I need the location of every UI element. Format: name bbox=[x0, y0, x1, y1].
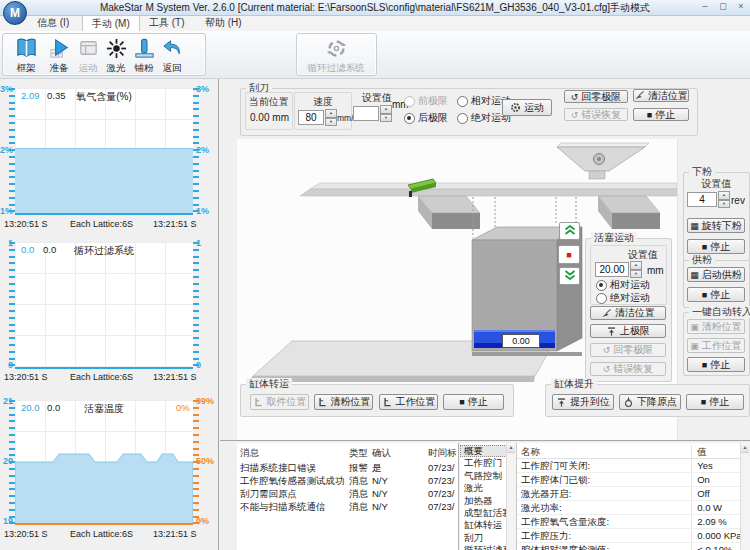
grid-icon: ▦ bbox=[690, 270, 699, 280]
radio-icon bbox=[404, 113, 415, 124]
category-item-summary[interactable]: 概要 bbox=[460, 445, 507, 457]
scraper-home-button[interactable]: ↺回零极限 bbox=[564, 90, 628, 103]
auto-transfer-title: 一键自动转入 bbox=[689, 306, 750, 318]
chart-filter-plot bbox=[15, 242, 193, 368]
powder-down-rotate-button[interactable]: ▦旋转下粉 bbox=[687, 218, 745, 233]
piston-group: 活塞运动 设置值 20.00 ▲▼ mm 相对运动 绝对运动 清洁位置 上极限 … bbox=[585, 238, 672, 382]
y-label: 0 bbox=[0, 360, 13, 370]
piston-jog-down-button[interactable] bbox=[559, 267, 580, 285]
scraper-move-button[interactable]: 运动 bbox=[502, 99, 552, 116]
scraper-group: 刮刀 当前位置 0.00 mm 速度 80 ▲▼ mm/s 设置值 ▲▼ mm … bbox=[240, 88, 698, 136]
piston-relative-radio[interactable]: 相对运动 bbox=[596, 278, 650, 292]
cylinder-transfer-title: 缸体转运 bbox=[246, 378, 292, 390]
scraper-rear-limit-radio[interactable]: 后极限 bbox=[404, 111, 448, 125]
chart-filter: 1 0 1 0 0.0 0.0 循环过滤系统 13:20:51 S Each L… bbox=[0, 237, 217, 387]
powder-supply-group: 供粉 ▦启动供粉 ■停止 bbox=[683, 260, 750, 308]
auto-stop-button[interactable]: ■停止 bbox=[687, 357, 745, 372]
piston-setvalue-unit: mm bbox=[647, 265, 664, 276]
transfer-stop-button[interactable]: ■停止 bbox=[443, 394, 504, 410]
home-arrow-icon: ↺ bbox=[571, 92, 579, 102]
scraper-speed-spinner[interactable]: 80 ▲▼ bbox=[298, 109, 337, 126]
spin-down-icon[interactable]: ▼ bbox=[630, 270, 642, 279]
menu-tab-help[interactable]: 帮助 (H) bbox=[196, 16, 251, 30]
y-label: 3% bbox=[0, 84, 13, 94]
maximize-button[interactable]: ◻ bbox=[717, 1, 729, 12]
scraper-position-value: 0.00 bbox=[250, 112, 269, 123]
piston-upper-limit-button[interactable]: 上极限 bbox=[590, 324, 666, 338]
upper-limit-icon bbox=[606, 326, 617, 337]
x-label: 13:20:51 S bbox=[4, 529, 48, 539]
message-row[interactable]: 不能与扫描系统通信 消息 N/Y 07/23/ bbox=[237, 500, 458, 513]
piston-setvalue-spinner[interactable]: 20.00 ▲▼ bbox=[595, 261, 642, 278]
message-row[interactable]: 刮刀需回原点 消息 N/Y 07/23/ bbox=[237, 487, 458, 500]
powder-down-stop-button[interactable]: ■停止 bbox=[687, 239, 745, 254]
scraper-clean-position-button[interactable]: 清洁位置 bbox=[633, 89, 689, 102]
status-category-list: 概要 工作腔门 气路控制 激光 加热器 成型缸活塞 缸体转运 刮刀 循环过滤系统… bbox=[460, 443, 517, 550]
x-label: 13:20:51 S bbox=[4, 219, 48, 229]
powder-down-group: 下粉 设置值 4 ▲▼ rev ▦旋转下粉 ■停止 bbox=[683, 172, 750, 262]
transfer-work-position-button[interactable]: 工作位置 bbox=[379, 394, 438, 410]
toolbar-frame-button[interactable]: 框架 bbox=[9, 35, 43, 75]
menu-tab-tools[interactable]: 工具 (T) bbox=[140, 16, 194, 30]
hopper bbox=[557, 143, 649, 179]
rail bbox=[300, 183, 677, 196]
right-pit bbox=[598, 196, 660, 229]
powder-supply-start-button[interactable]: ▦启动供粉 bbox=[687, 267, 745, 282]
bottom-splitter[interactable] bbox=[220, 440, 750, 441]
y-label: 50% bbox=[196, 456, 216, 466]
spin-up-icon[interactable]: ▲ bbox=[380, 105, 392, 114]
category-item-heater[interactable]: 加热器 bbox=[460, 495, 507, 507]
message-row[interactable]: 工作腔氧传感器测试成功 消息 N/Y 07/23/ bbox=[237, 474, 458, 487]
y-label: 21 bbox=[0, 396, 13, 406]
category-item-cyl-transfer[interactable]: 缸体转运 bbox=[460, 519, 507, 531]
category-item-laser[interactable]: 激光 bbox=[460, 482, 507, 494]
category-item-scraper[interactable]: 刮刀 bbox=[460, 532, 507, 544]
category-scrollbar[interactable]: ▲ bbox=[506, 443, 516, 550]
category-item-chamber-door[interactable]: 工作腔门 bbox=[460, 457, 507, 469]
category-item-filter-system[interactable]: 循环过滤系统 bbox=[460, 544, 507, 550]
app-window: MakeStar M System Ver. 2.6.0 [Current ma… bbox=[0, 0, 750, 550]
lift-stop-button[interactable]: ■停止 bbox=[686, 394, 744, 410]
spin-up-icon[interactable]: ▲ bbox=[325, 109, 337, 118]
category-item-gas-control[interactable]: 气路控制 bbox=[460, 470, 507, 482]
spin-down-icon[interactable]: ▼ bbox=[380, 114, 392, 123]
scraper-position-box: 当前位置 0.00 mm bbox=[245, 92, 293, 130]
toolbar-return-button[interactable]: 返回 bbox=[155, 35, 189, 75]
powder-supply-title: 供粉 bbox=[689, 254, 715, 266]
spin-down-icon[interactable]: ▼ bbox=[718, 200, 730, 209]
piston-clean-position-button[interactable]: 清洁位置 bbox=[590, 306, 666, 320]
toolbar-group-main: 框架 准备 运动 激光 铺粉 返回 bbox=[2, 33, 206, 76]
piston-absolute-radio[interactable]: 绝对运动 bbox=[596, 291, 650, 305]
close-button[interactable]: × bbox=[735, 1, 747, 12]
powder-down-spinner[interactable]: 4 ▲▼ bbox=[687, 191, 730, 208]
powder-supply-stop-button[interactable]: ■停止 bbox=[687, 287, 745, 302]
piston-jog-up-button[interactable] bbox=[559, 222, 580, 240]
lift-down-origin-button[interactable]: 下降原点 bbox=[619, 394, 681, 410]
spin-down-icon[interactable]: ▼ bbox=[325, 118, 337, 127]
chart-piston-temp-plot bbox=[15, 400, 193, 524]
lift-up-button[interactable]: 提升到位 bbox=[552, 394, 614, 410]
menu-tab-info[interactable]: 信息 (I) bbox=[28, 16, 78, 30]
hook-icon bbox=[382, 397, 393, 408]
scraper-setvalue-spinner[interactable]: ▲▼ bbox=[353, 105, 392, 122]
spin-up-icon[interactable]: ▲ bbox=[630, 261, 642, 270]
message-row[interactable]: 扫描系统接口错误 报警 是 07/23/ bbox=[237, 461, 458, 474]
panel-splitter[interactable] bbox=[218, 79, 219, 550]
chart-piston-temp: 21 20 19 99% 50% 0% 20.0 0.0 0% 活塞温度 13:… bbox=[0, 390, 217, 548]
scraper-stop-button[interactable]: ■停止 bbox=[633, 108, 689, 121]
stop-icon: ■ bbox=[459, 397, 464, 407]
y-label: 3% bbox=[196, 84, 216, 94]
scroll-up-icon[interactable]: ▲ bbox=[507, 443, 515, 453]
piston-jog-stop-button[interactable]: ■ bbox=[558, 245, 580, 264]
scroll-up-icon[interactable]: ▲ bbox=[741, 443, 749, 453]
status-scrollbar[interactable]: ▲ bbox=[740, 443, 750, 550]
auto-transfer-group: 一键自动转入 ▣清粉位置 ▣工作位置 ■停止 bbox=[683, 312, 750, 376]
category-item-build-piston[interactable]: 成型缸活塞 bbox=[460, 507, 507, 519]
minimize-button[interactable]: – bbox=[699, 1, 711, 12]
stop-icon: ■ bbox=[702, 242, 707, 252]
y-label: 0 bbox=[196, 360, 216, 370]
cylinder-lift-group: 缸体提升 提升到位 下降原点 ■停止 bbox=[545, 384, 750, 417]
spin-up-icon[interactable]: ▲ bbox=[718, 191, 730, 200]
window-title: MakeStar M System Ver. 2.6.0 [Current ma… bbox=[0, 1, 750, 15]
transfer-clean-position-button[interactable]: 清粉位置 bbox=[314, 394, 373, 410]
